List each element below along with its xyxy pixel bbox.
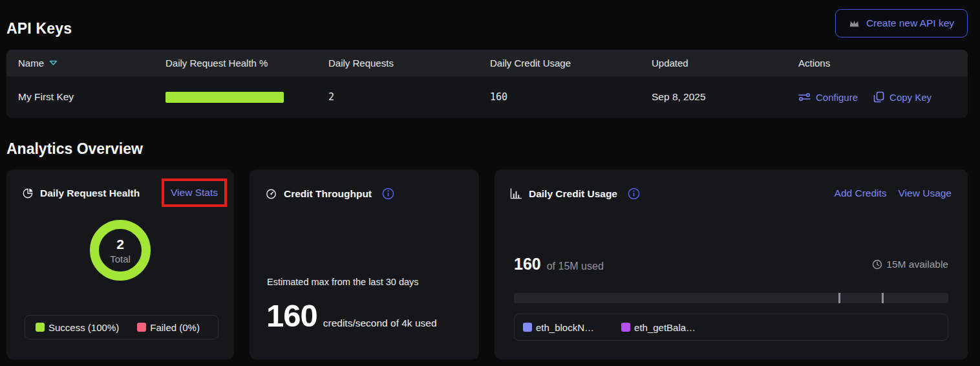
legend-eth-getbalance-label: eth_getBala… — [634, 322, 696, 333]
key-name-cell: My First Key — [18, 91, 165, 103]
donut-total-value: 2 — [116, 237, 124, 252]
sliders-icon — [798, 92, 811, 102]
donut-total-label: Total — [110, 253, 131, 264]
info-icon[interactable] — [382, 188, 394, 200]
column-header-name-label: Name — [18, 58, 44, 69]
credit-usage-progress-bar — [514, 293, 948, 303]
column-header-requests: Daily Requests — [328, 58, 490, 69]
card-title-daily-request-health: Daily Request Health — [40, 188, 140, 199]
page-title: API Keys — [6, 20, 72, 38]
column-header-credit-usage: Daily Credit Usage — [490, 58, 652, 69]
copy-key-button[interactable]: Copy Key — [873, 91, 932, 103]
legend-eth-blocknumber-label: eth_blockN… — [536, 322, 594, 333]
sort-descending-icon — [49, 60, 58, 66]
annotation-highlight-box: View Stats — [162, 178, 227, 207]
throughput-unit: credits/second of 4k used — [323, 318, 437, 329]
legend-item-eth-getbalance: eth_getBala… — [621, 322, 696, 333]
failed-swatch — [137, 323, 146, 332]
view-usage-link[interactable]: View Usage — [899, 188, 952, 199]
info-icon[interactable] — [628, 188, 640, 200]
copy-icon — [873, 91, 884, 103]
request-health-donut-chart: 2 Total — [90, 220, 151, 281]
throughput-value-row: 160 credits/second of 4k used — [266, 297, 437, 334]
crown-icon — [849, 19, 860, 28]
card-title-credit-throughput: Credit Throughput — [284, 188, 372, 200]
throughput-subtitle: Estimated max from the last 30 days — [267, 277, 419, 287]
card-title-daily-credit-usage: Daily Credit Usage — [529, 188, 617, 200]
eth-blocknumber-swatch — [523, 323, 532, 332]
usage-stats-row: 160 of 15M used 15M available — [514, 255, 948, 274]
table-header-row: Name Daily Request Health % Daily Reques… — [6, 50, 968, 76]
credits-used-suffix: of 15M used — [547, 261, 604, 272]
pie-chart-icon — [22, 188, 34, 199]
create-api-key-button[interactable]: Create new API key — [835, 9, 968, 38]
legend-item-failed: Failed (0%) — [137, 322, 200, 333]
legend-success-label: Success (100%) — [48, 322, 119, 333]
daily-credit-usage-cell: 160 — [490, 91, 652, 103]
credits-available-label: 15M available — [886, 259, 948, 270]
column-header-health: Daily Request Health % — [165, 58, 328, 69]
column-header-name[interactable]: Name — [18, 58, 165, 69]
daily-request-health-card: Daily Request Health View Stats 2 Total … — [6, 169, 234, 360]
add-credits-link[interactable]: Add Credits — [835, 188, 887, 199]
credit-throughput-card: Credit Throughput Estimated max from the… — [250, 169, 479, 360]
bar-chart-icon — [510, 188, 522, 199]
usage-bar-tick — [882, 293, 884, 303]
view-stats-link[interactable]: View Stats — [171, 187, 218, 198]
throughput-value: 160 — [266, 297, 317, 334]
daily-requests-cell: 2 — [328, 91, 490, 103]
column-header-updated: Updated — [652, 58, 798, 69]
legend-failed-label: Failed (0%) — [150, 322, 200, 333]
configure-label: Configure — [816, 92, 858, 103]
create-api-key-label: Create new API key — [866, 17, 954, 29]
legend-item-success: Success (100%) — [36, 322, 119, 333]
api-keys-table: Name Daily Request Health % Daily Reques… — [6, 50, 968, 118]
credits-used-value: 160 — [514, 255, 541, 274]
usage-bar-tick — [838, 293, 840, 303]
success-swatch — [36, 323, 45, 332]
daily-credit-usage-card: Daily Credit Usage Add Credits View Usag… — [495, 169, 968, 360]
health-legend: Success (100%) Failed (0%) — [25, 315, 218, 339]
health-progress-bar — [165, 92, 284, 103]
legend-item-eth-blocknumber: eth_blockN… — [523, 322, 594, 333]
column-header-actions: Actions — [798, 58, 968, 69]
configure-button[interactable]: Configure — [798, 92, 858, 103]
gauge-icon — [265, 188, 277, 200]
updated-cell: Sep 8, 2025 — [652, 91, 798, 103]
table-row[interactable]: My First Key 2 160 Sep 8, 2025 Configure — [6, 76, 968, 118]
analytics-overview-title: Analytics Overview — [6, 140, 143, 158]
clock-icon — [872, 259, 882, 270]
eth-getbalance-swatch — [621, 323, 630, 332]
actions-cell: Configure Copy Key — [798, 91, 968, 103]
usage-legend: eth_blockN… eth_getBala… — [514, 314, 948, 341]
copy-key-label: Copy Key — [889, 92, 932, 103]
health-bar-cell — [165, 92, 328, 103]
